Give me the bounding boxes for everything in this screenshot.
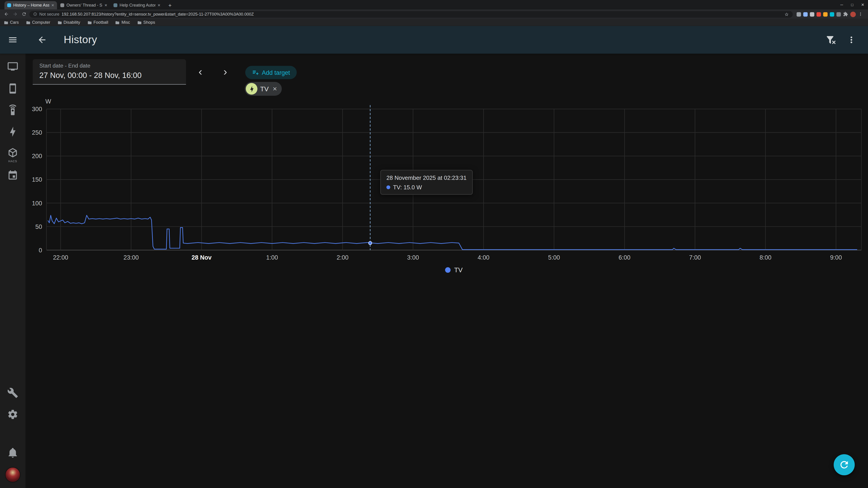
- browser-tab-strip: History – Home Assistant✕Owners' Thread …: [0, 0, 868, 9]
- refresh-icon: [839, 459, 850, 470]
- svg-text:7:00: 7:00: [689, 254, 701, 261]
- previous-period-button[interactable]: ‹: [194, 65, 207, 78]
- svg-text:6:00: 6:00: [619, 254, 630, 261]
- bookmarks-bar: Cars Computer Disability Football Misc S…: [0, 19, 868, 26]
- back-button[interactable]: [35, 33, 49, 46]
- browser-back-icon[interactable]: [3, 11, 10, 18]
- bookmark-folder[interactable]: Computer: [26, 20, 51, 25]
- svg-text:1:00: 1:00: [266, 254, 278, 261]
- home-assistant-app: History HACS Start date - End date 27 No…: [0, 26, 868, 488]
- bookmark-star-icon[interactable]: [784, 12, 789, 17]
- folder-icon: [137, 20, 142, 25]
- svg-text:9:00: 9:00: [830, 254, 842, 261]
- tooltip-series-dot: [386, 185, 390, 189]
- bell-icon: [7, 447, 18, 458]
- svg-text:8:00: 8:00: [760, 254, 771, 261]
- bookmark-folder[interactable]: Cars: [4, 20, 19, 25]
- hacs-label: HACS: [0, 159, 26, 163]
- browser-forward-icon[interactable]: [11, 11, 19, 18]
- date-range-label: Start date - End date: [39, 63, 180, 69]
- svg-text:150: 150: [32, 176, 42, 183]
- overflow-menu-icon[interactable]: [845, 33, 858, 46]
- legend-item[interactable]: TV: [445, 266, 463, 274]
- user-avatar[interactable]: [5, 467, 21, 483]
- sidebar-item-calendar[interactable]: [7, 170, 18, 181]
- extension-icon[interactable]: [810, 12, 814, 17]
- url-bar[interactable]: Not secure 192.168.50.207:8123/history?e…: [29, 11, 793, 18]
- svg-text:22:00: 22:00: [53, 254, 68, 261]
- sidebar-item-phone[interactable]: [7, 83, 18, 94]
- svg-text:3:00: 3:00: [407, 254, 419, 261]
- browser-menu-icon[interactable]: [858, 11, 863, 17]
- lightning-icon: [7, 126, 18, 137]
- date-range-value: 27 Nov, 00:00 - 28 Nov, 16:00: [39, 71, 180, 79]
- browser-tab[interactable]: Help Creating Automation - C…✕: [111, 1, 163, 9]
- svg-text:23:00: 23:00: [123, 254, 138, 261]
- tab-close-icon[interactable]: ✕: [158, 3, 160, 7]
- folder-icon: [57, 20, 62, 25]
- sidebar-item-hacs[interactable]: [7, 147, 18, 158]
- bookmark-folder[interactable]: Football: [87, 20, 108, 25]
- television-icon: [7, 61, 18, 72]
- target-chip-tv[interactable]: TV ✕: [245, 82, 281, 96]
- svg-text:28 Nov: 28 Nov: [192, 254, 212, 261]
- bookmark-label: Disability: [64, 20, 80, 25]
- window-close-button[interactable]: ✕: [857, 0, 868, 9]
- window-minimize-button[interactable]: ─: [836, 0, 847, 9]
- bookmark-label: Computer: [32, 20, 51, 25]
- sidebar-item-settings[interactable]: [7, 409, 18, 420]
- sidebar-item-media[interactable]: [7, 61, 18, 72]
- extension-icon[interactable]: [836, 12, 841, 17]
- sidebar-item-remote[interactable]: [7, 105, 18, 116]
- remove-filter-icon[interactable]: [825, 33, 838, 46]
- extension-icon[interactable]: [823, 12, 828, 17]
- profile-avatar[interactable]: [850, 11, 856, 17]
- remote-icon: [7, 105, 18, 116]
- wrench-icon: [7, 387, 18, 398]
- playlist-add-icon: [252, 69, 259, 76]
- sidebar-item-developer-tools[interactable]: [7, 387, 18, 398]
- svg-text:5:00: 5:00: [548, 254, 560, 261]
- not-secure-icon: [33, 12, 37, 16]
- chart-legend: TV: [46, 266, 862, 274]
- cellphone-icon: [7, 83, 18, 94]
- date-range-picker[interactable]: Start date - End date 27 Nov, 00:00 - 28…: [33, 59, 186, 85]
- bookmark-folder[interactable]: Disability: [57, 20, 80, 25]
- browser-reload-icon[interactable]: [21, 11, 28, 18]
- add-target-button[interactable]: Add target: [245, 66, 297, 79]
- sidebar-menu-icon[interactable]: [6, 33, 20, 46]
- chip-close-icon[interactable]: ✕: [273, 86, 277, 92]
- new-tab-button[interactable]: +: [166, 1, 174, 9]
- folder-icon: [116, 20, 120, 25]
- extensions-puzzle-icon[interactable]: [843, 11, 848, 17]
- calendar-icon: [7, 170, 18, 181]
- refresh-fab[interactable]: [834, 454, 855, 475]
- extension-icon[interactable]: [797, 12, 801, 17]
- bookmark-label: Misc: [122, 20, 130, 25]
- sidebar-item-energy[interactable]: [7, 126, 18, 137]
- bookmark-folder[interactable]: Shops: [137, 20, 155, 25]
- window-controls: ─ □ ✕: [836, 0, 868, 9]
- svg-text:W: W: [45, 98, 51, 105]
- svg-text:0: 0: [39, 247, 42, 254]
- sidebar-item-notifications[interactable]: [7, 447, 18, 458]
- tab-favicon: [7, 3, 11, 7]
- browser-tab[interactable]: Owners' Thread - Sony BRAVI…✕: [58, 1, 110, 9]
- next-period-button[interactable]: ›: [219, 65, 232, 78]
- tab-close-icon[interactable]: ✕: [51, 3, 54, 7]
- browser-tab[interactable]: History – Home Assistant✕: [4, 1, 57, 9]
- extension-icon[interactable]: [816, 12, 821, 17]
- bookmark-folder[interactable]: Misc: [116, 20, 130, 25]
- add-target-label: Add target: [262, 69, 290, 76]
- svg-text:2:00: 2:00: [337, 254, 348, 261]
- extension-icon[interactable]: [830, 12, 834, 17]
- browser-toolbar: Not secure 192.168.50.207:8123/history?e…: [0, 9, 868, 19]
- bookmark-label: Football: [93, 20, 108, 25]
- legend-label: TV: [454, 266, 463, 274]
- tab-close-icon[interactable]: ✕: [104, 3, 107, 7]
- svg-text:50: 50: [35, 223, 42, 230]
- page-title: History: [64, 34, 97, 46]
- extension-icon[interactable]: [803, 12, 808, 17]
- window-maximize-button[interactable]: □: [847, 0, 858, 9]
- svg-text:300: 300: [32, 106, 42, 112]
